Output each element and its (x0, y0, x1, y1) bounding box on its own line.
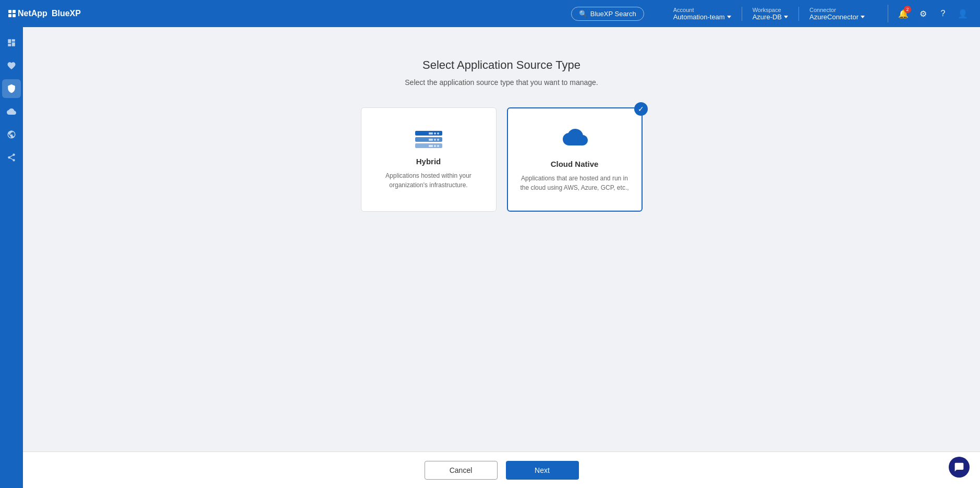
connector-value: AzureConnector (809, 13, 865, 21)
connector-label: Connector (809, 7, 836, 13)
search-icon: 🔍 (579, 10, 587, 18)
main-content: Select Application Source Type Select th… (23, 27, 980, 488)
account-chevron-icon (727, 16, 731, 18)
footer: Cancel Next (23, 452, 980, 488)
sidebar-item-share[interactable] (2, 148, 21, 167)
cancel-button[interactable]: Cancel (425, 461, 498, 480)
header: NetApp BlueXP 🔍 BlueXP Search Account Au… (0, 0, 980, 27)
header-icons: 🔔 2 ⚙ ? 👤 (888, 5, 972, 22)
chat-button[interactable] (949, 457, 970, 478)
netapp-logo: NetApp (8, 9, 47, 18)
page-title: Select Application Source Type (422, 58, 580, 72)
stripe-dot5 (434, 145, 436, 147)
stripe-rect (429, 132, 433, 135)
stripe-dot3 (434, 139, 436, 141)
notification-badge: 2 (904, 6, 911, 13)
cloud-native-icon (561, 127, 588, 152)
sidebar-item-health[interactable] (2, 56, 21, 75)
workspace-label: Workspace (753, 7, 781, 13)
chat-icon (954, 462, 964, 472)
content-area: Select Application Source Type Select th… (23, 27, 980, 452)
stripe-dot4 (437, 139, 439, 141)
cloud-native-desc: Applications that are hosted and run in … (518, 174, 631, 192)
workspace-nav-item[interactable]: Workspace Azure-DB (742, 7, 799, 21)
cloud-native-title: Cloud Native (551, 160, 599, 168)
cloud-svg (561, 127, 588, 148)
account-nav-item[interactable]: Account Automation-team (663, 7, 742, 21)
selected-badge: ✓ (634, 102, 648, 116)
logo-sq2 (13, 10, 16, 13)
stripe-dot6 (437, 145, 439, 147)
notification-button[interactable]: 🔔 2 (894, 5, 912, 22)
stripe-dot2 (437, 132, 439, 135)
next-button[interactable]: Next (506, 461, 579, 480)
user-button[interactable]: 👤 (954, 5, 972, 22)
search-bar[interactable]: 🔍 BlueXP Search (571, 7, 644, 21)
layout: Select Application Source Type Select th… (0, 27, 980, 488)
stripe-rect2 (429, 139, 433, 141)
sidebar-item-cloud[interactable] (2, 102, 21, 121)
sidebar-item-canvas[interactable] (2, 33, 21, 52)
account-value: Automation-team (673, 13, 731, 21)
connector-chevron-icon (861, 16, 865, 18)
hybrid-card[interactable]: Hybrid Applications hosted within your o… (361, 107, 497, 212)
connector-nav-item[interactable]: Connector AzureConnector (799, 7, 875, 21)
stripe-dot1 (434, 132, 436, 135)
logo-sq1 (8, 10, 11, 13)
cards-container: Hybrid Applications hosted within your o… (361, 107, 643, 212)
sidebar-item-globe[interactable] (2, 125, 21, 144)
page-subtitle: Select the application source type that … (405, 78, 598, 87)
search-label: BlueXP Search (590, 10, 636, 18)
sidebar (0, 27, 23, 488)
logo-sq3 (8, 14, 11, 17)
hybrid-title: Hybrid (416, 157, 441, 166)
settings-button[interactable]: ⚙ (914, 5, 932, 22)
netapp-label: NetApp (18, 9, 47, 18)
logo-squares (8, 10, 16, 17)
hybrid-icon (415, 130, 442, 150)
app-label: BlueXP (52, 9, 81, 18)
logo-sq4 (13, 14, 16, 17)
header-nav: Account Automation-team Workspace Azure-… (663, 7, 875, 21)
brand-logo: NetApp BlueXP (8, 9, 81, 18)
account-label: Account (673, 7, 694, 13)
help-button[interactable]: ? (934, 5, 952, 22)
workspace-value: Azure-DB (753, 13, 788, 21)
cloud-native-card[interactable]: ✓ Cloud Native Applications that are hos… (507, 107, 643, 212)
workspace-chevron-icon (784, 16, 788, 18)
stripe-rect3 (429, 145, 433, 147)
sidebar-item-protection[interactable] (2, 79, 21, 98)
hybrid-desc: Applications hosted within your organiza… (372, 171, 486, 190)
